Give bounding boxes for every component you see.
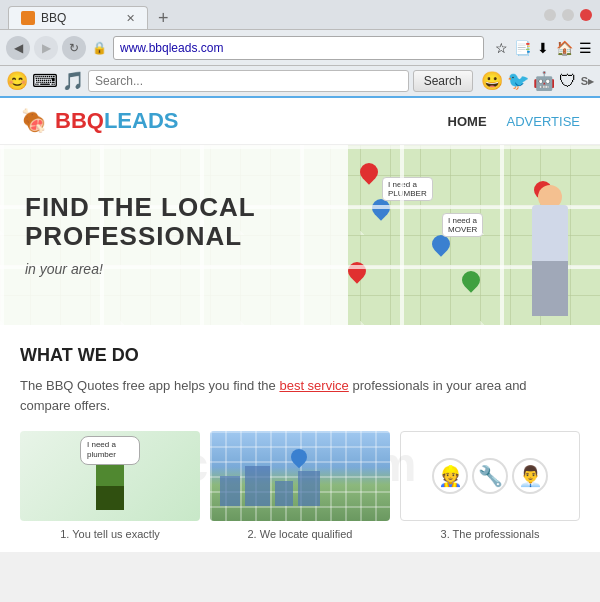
section-title: WHAT WE DO [20,345,580,366]
extra-label: S▸ [581,75,594,88]
what-we-do-section: click.com WHAT WE DO The BBQ Quotes free… [0,325,600,552]
shield-icon[interactable]: 🛡 [559,71,577,92]
android-icon[interactable]: 🤖 [533,70,555,92]
nav-home[interactable]: HOME [448,114,487,129]
map-pin-3 [348,262,366,284]
card-2: 2. We locate qualified [210,431,390,542]
minimize-button[interactable] [544,9,556,21]
active-tab[interactable]: BBQ ✕ [8,6,148,29]
pin-head-6 [458,267,483,292]
smiley-icon: 😊 [6,70,28,92]
site-nav: HOME ADVERTISE [448,114,580,129]
forward-button[interactable]: ▶ [34,36,58,60]
map-pin-2: I need aMOVER [432,235,450,257]
cartoon-legs-1 [96,486,124,510]
toolbar-icons-right: 😀 🐦 🤖 🛡 S▸ [481,70,594,92]
card-image-2 [210,431,390,521]
pin-head-1 [368,195,393,220]
emoji-smiley[interactable]: 😀 [481,70,503,92]
desc-pre: The BBQ Quotes free app helps you find t… [20,378,279,393]
hero-overlay: FIND THE LOCAL PROFESSIONAL in your area… [0,145,348,325]
card-image-3: 👷 🔧 👨‍💼 [400,431,580,521]
logo: 🍖 BBQLEADS [20,108,178,134]
search-button[interactable]: Search [413,70,473,92]
back-button[interactable]: ◀ [6,36,30,60]
tab-favicon [21,11,35,25]
person-legs [532,261,568,316]
cards-row: I need a plumber 1. You tell us exactly [20,431,580,542]
hero-person [510,165,590,325]
speech-bubble-1: I need a plumber [80,436,140,465]
address-text: www.bbqleads.com [120,41,223,55]
menu-icon[interactable]: ☰ [576,39,594,57]
home-icon[interactable]: 🏠 [555,39,573,57]
person-body [532,205,568,265]
tab-close-button[interactable]: ✕ [126,12,135,25]
tab-bar: BBQ ✕ + [8,0,175,29]
pin-head-3 [344,258,369,283]
search-input[interactable] [95,74,402,88]
download-icon[interactable]: ⬇ [534,39,552,57]
logo-bbq: BBQ [55,108,104,133]
building-3 [275,481,293,506]
browser-controls: ◀ ▶ ↻ 🔒 www.bbqleads.com ☆ 📑 ⬇ 🏠 ☰ [0,30,600,66]
browser-titlebar: BBQ ✕ + [0,0,600,30]
pro-circle-3: 👨‍💼 [512,458,548,494]
building-2 [245,466,270,506]
card-image-1: I need a plumber [20,431,200,521]
cartoon-person-1: I need a plumber [80,436,140,516]
logo-icon: 🍖 [20,108,47,134]
pro-circle-1: 👷 [432,458,468,494]
site-header: 🍖 BBQLEADS HOME ADVERTISE [0,98,600,145]
pin-head-2 [428,231,453,256]
hero-subtitle: in your area! [25,261,323,277]
section-description: The BBQ Quotes free app helps you find t… [20,376,580,415]
card-label-1: 1. You tell us exactly [60,527,160,542]
tab-title: BBQ [41,11,66,25]
refresh-button[interactable]: ↻ [62,36,86,60]
nav-advertise[interactable]: ADVERTISE [507,114,580,129]
pin-callout-1: I need aPLUMBER [382,177,433,201]
map-pin-5 [360,163,378,185]
card-label-2: 2. We locate qualified [248,527,353,542]
search-input-wrap[interactable] [88,70,409,92]
hero-banner: I need aPLUMBER I need aMOVER FIND THE L… [0,145,600,325]
twitter-icon[interactable]: 🐦 [507,70,529,92]
site-content: 🍖 BBQLEADS HOME ADVERTISE I need aPLUMBE… [0,98,600,552]
hero-title: FIND THE LOCAL PROFESSIONAL [25,193,323,250]
music-icon: 🎵 [62,70,84,92]
map-pin-1: I need aPLUMBER [372,199,390,221]
building-1 [220,476,240,506]
person-figure [520,185,580,325]
logo-leads: LEADS [104,108,179,133]
pin-callout-2: I need aMOVER [442,213,483,237]
toolbar-icons: ☆ 📑 ⬇ 🏠 ☰ [492,39,594,57]
card-label-3: 3. The professionals [441,527,540,542]
pin-head-5 [356,159,381,184]
pro-circle-2: 🔧 [472,458,508,494]
search-bar-row: 😊 ⌨ 🎵 Search 😀 🐦 🤖 🛡 S▸ [0,66,600,98]
card-1: I need a plumber 1. You tell us exactly [20,431,200,542]
logo-text: BBQLEADS [55,108,178,134]
maximize-button[interactable] [562,9,574,21]
new-tab-button[interactable]: + [152,8,175,29]
star-icon[interactable]: ☆ [492,39,510,57]
building-4 [298,471,320,506]
lock-icon: 🔒 [92,41,107,55]
card-3: 👷 🔧 👨‍💼 3. The professionals [400,431,580,542]
address-bar[interactable]: www.bbqleads.com [113,36,484,60]
map-pin-6 [462,271,480,293]
keyboard-icon: ⌨ [32,70,58,92]
best-service-link[interactable]: best service [279,378,348,393]
close-button[interactable] [580,9,592,21]
bookmark-icon[interactable]: 📑 [513,39,531,57]
